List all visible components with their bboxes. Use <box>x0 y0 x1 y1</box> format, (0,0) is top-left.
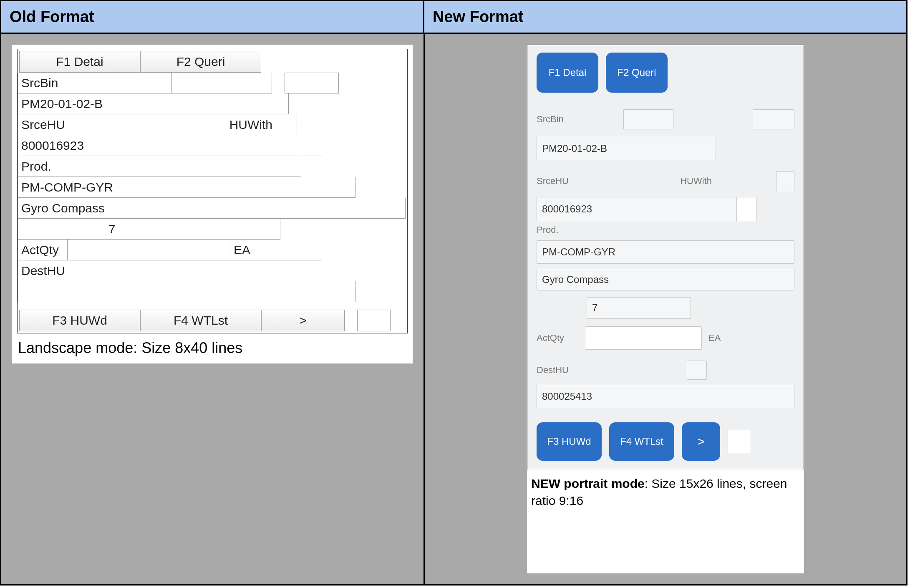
actqty-label: ActQty <box>537 333 578 343</box>
comparison-table: Old Format New Format F1 Detai F2 Queri … <box>0 0 907 585</box>
huwith-box[interactable] <box>776 171 794 191</box>
desthu-label: DestHU <box>537 365 687 376</box>
prod-value[interactable]: PM-COMP-GYR <box>537 240 794 264</box>
actqty-input[interactable] <box>68 240 230 260</box>
new-panel: F1 Detai F2 Queri SrcBin PM20-01-02-B Sr… <box>527 45 804 573</box>
qty-value[interactable]: 7 <box>587 297 691 319</box>
new-caption-bold: NEW portrait mode <box>531 477 645 490</box>
srcehu-value[interactable]: 800016923 <box>18 135 301 156</box>
prod-desc[interactable]: Gyro Compass <box>537 269 794 290</box>
srcehu-extra[interactable] <box>736 197 756 221</box>
srcbin-box2[interactable] <box>753 109 794 129</box>
f4-button[interactable]: F4 WTLst <box>140 310 261 331</box>
qty-value[interactable]: 7 <box>105 219 280 240</box>
srcbin-label: SrcBin <box>18 73 172 93</box>
f2-button[interactable]: F2 Queri <box>606 53 668 93</box>
old-screen: F1 Detai F2 Queri SrcBin PM20-01-02-B <box>17 49 408 333</box>
srcehu-label: SrceHU <box>537 176 662 187</box>
desthu-box[interactable] <box>687 361 707 380</box>
header-old: Old Format <box>1 1 424 34</box>
actqty-input[interactable] <box>585 326 702 350</box>
prod-label: Prod. <box>18 156 301 177</box>
huwith-box[interactable] <box>276 114 297 135</box>
srcbin-empty1[interactable] <box>172 73 272 93</box>
srcbin-box1[interactable] <box>623 109 673 129</box>
body-row: F1 Detai F2 Queri SrcBin PM20-01-02-B <box>1 34 906 584</box>
desthu-label: DestHU <box>18 260 276 281</box>
new-screen: F1 Detai F2 Queri SrcBin PM20-01-02-B Sr… <box>527 45 804 470</box>
more-button[interactable]: > <box>682 422 720 461</box>
desthu-value[interactable] <box>18 281 355 302</box>
header-row: Old Format New Format <box>1 1 906 34</box>
huwith-label: HUWith <box>662 176 712 187</box>
prod-value[interactable]: PM-COMP-GYR <box>18 177 355 198</box>
srcbin-label: SrcBin <box>537 114 616 125</box>
prod-label: Prod. <box>537 225 794 235</box>
old-panel: F1 Detai F2 Queri SrcBin PM20-01-02-B <box>12 45 413 363</box>
f1-button[interactable]: F1 Detai <box>537 53 598 93</box>
f3-button[interactable]: F3 HUWd <box>19 310 140 331</box>
new-caption: NEW portrait mode: Size 15x26 lines, scr… <box>527 470 804 512</box>
old-caption: Landscape mode: Size 8x40 lines <box>17 333 408 358</box>
bottom-extra-box[interactable] <box>728 430 751 453</box>
old-format-cell: F1 Detai F2 Queri SrcBin PM20-01-02-B <box>1 34 425 584</box>
f3-button[interactable]: F3 HUWd <box>537 422 602 461</box>
ea-label: EA <box>708 333 721 343</box>
srcehu-extra[interactable] <box>301 135 324 156</box>
srcbin-value[interactable]: PM20-01-02-B <box>537 137 716 160</box>
prod-desc[interactable]: Gyro Compass <box>18 198 406 219</box>
actqty-label: ActQty <box>18 240 68 260</box>
ea-label: EA <box>230 240 322 260</box>
more-button[interactable]: > <box>261 310 345 331</box>
f4-button[interactable]: F4 WTLst <box>609 422 674 461</box>
srcbin-value[interactable]: PM20-01-02-B <box>18 93 289 114</box>
f1-button[interactable]: F1 Detai <box>19 51 140 73</box>
bottom-extra-box[interactable] <box>357 310 391 331</box>
desthu-value[interactable]: 800025413 <box>537 385 794 408</box>
new-format-cell: F1 Detai F2 Queri SrcBin PM20-01-02-B Sr… <box>425 34 906 584</box>
header-new: New Format <box>424 1 906 34</box>
f2-button[interactable]: F2 Queri <box>140 51 261 73</box>
huwith-label: HUWith <box>226 114 276 135</box>
srcehu-value[interactable]: 800016923 <box>537 197 737 221</box>
srcehu-label: SrceHU <box>18 114 226 135</box>
srcbin-empty2[interactable] <box>285 73 339 93</box>
desthu-box[interactable] <box>276 260 299 281</box>
